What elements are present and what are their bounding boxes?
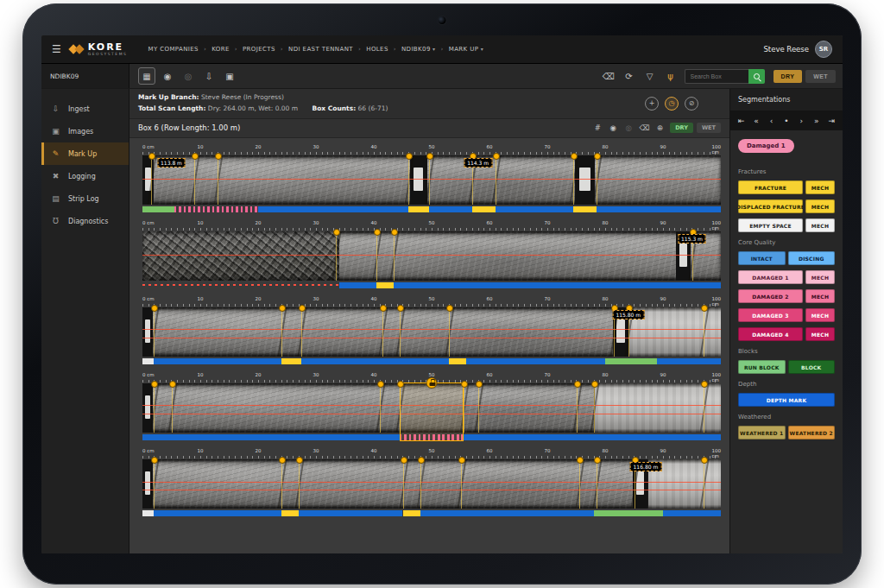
segment-bar[interactable] — [142, 358, 721, 364]
next-icon[interactable]: › — [796, 117, 806, 125]
segment-white[interactable] — [142, 510, 154, 516]
segment-green[interactable] — [142, 206, 174, 212]
breadcrumb-item-ndi-east-tennant[interactable]: NDI EAST TENNANT — [288, 46, 353, 53]
breadcrumb-item-my-companies[interactable]: MY COMPANIES — [148, 46, 199, 53]
segment-button-intact[interactable]: INTACT — [738, 251, 786, 265]
segment-button-discing[interactable]: DISCING — [788, 251, 836, 265]
segment-yellow[interactable] — [472, 206, 496, 212]
scan-icon[interactable]: # — [590, 121, 604, 135]
marker-pin[interactable] — [301, 307, 302, 357]
current-indicator-icon[interactable]: • — [781, 117, 792, 125]
segment-blue[interactable] — [299, 510, 403, 516]
segment-bar[interactable] — [142, 282, 721, 288]
marker-pin[interactable] — [336, 231, 337, 281]
crosshair-mode-toggle[interactable]: + — [645, 97, 659, 111]
marker-pin[interactable] — [154, 383, 155, 433]
marker-pin[interactable] — [194, 155, 195, 205]
marker-pin[interactable] — [449, 307, 450, 357]
avatar[interactable]: SR — [815, 41, 832, 58]
segment-button-mech[interactable]: MECH — [805, 327, 835, 341]
core-image[interactable]: 115.80 m — [142, 307, 721, 357]
dry-toggle[interactable]: DRY — [774, 70, 803, 83]
marker-pin[interactable] — [704, 383, 704, 433]
marker-pin[interactable] — [461, 459, 462, 509]
zoom-in-icon[interactable]: ⊕ — [653, 121, 666, 135]
marker-pin[interactable] — [299, 459, 300, 509]
segment-yellow[interactable] — [376, 282, 394, 288]
export-icon[interactable]: ⇩ — [200, 67, 218, 85]
marker-pin[interactable] — [380, 383, 381, 433]
eraser-icon[interactable]: ⌫ — [637, 121, 651, 135]
search-button[interactable] — [748, 69, 765, 84]
segment-green[interactable] — [605, 358, 657, 364]
lock-pin-icon[interactable] — [426, 377, 438, 389]
breadcrumb-item-ndibk09[interactable]: NDIBK09 ▾ — [401, 46, 436, 53]
breadcrumb-item-projects[interactable]: PROJECTS — [243, 46, 275, 53]
segment-button-damaged-3[interactable]: DAMAGED 3 — [738, 308, 803, 322]
marker-pin[interactable] — [172, 383, 173, 433]
segment-blue[interactable] — [466, 358, 605, 364]
sidebar-item-logging[interactable]: ✖Logging — [41, 165, 129, 187]
marker-pin[interactable] — [597, 155, 597, 205]
marker-pin[interactable] — [420, 459, 421, 509]
fast-forward-icon[interactable]: » — [811, 117, 822, 125]
marker-pin[interactable] — [478, 383, 479, 433]
segment-button-displaced-fracture[interactable]: DISPLACED FRACTURE — [738, 199, 803, 213]
segment-yellow[interactable] — [281, 358, 301, 364]
box-dry-toggle[interactable]: DRY — [670, 123, 693, 133]
disabled-mode-toggle[interactable]: ⊘ — [685, 97, 698, 111]
breadcrumb-item-kore[interactable]: KORE — [212, 46, 230, 53]
sidebar-item-images[interactable]: ▣Images — [41, 120, 129, 142]
segment-blue[interactable] — [663, 510, 721, 516]
marker-pin[interactable] — [496, 155, 496, 205]
sidebar-item-strip-log[interactable]: ▤Strip Log — [41, 187, 129, 210]
box-wet-toggle[interactable]: WET — [697, 123, 721, 133]
segment-blue[interactable] — [258, 206, 408, 212]
marker-pin[interactable] — [577, 383, 578, 433]
marker-pin[interactable] — [382, 307, 383, 357]
marker-pin[interactable] — [579, 459, 580, 509]
fast-rewind-icon[interactable]: « — [751, 117, 761, 125]
marker-pin[interactable] — [400, 307, 401, 357]
segment-button-depth-mark[interactable]: DEPTH MARK — [738, 393, 835, 407]
marker-pin[interactable] — [408, 155, 409, 205]
marker-pin[interactable] — [400, 383, 401, 433]
marker-pin[interactable] — [704, 307, 704, 357]
marker-pin[interactable] — [429, 155, 430, 205]
segment-yellow[interactable] — [573, 206, 597, 212]
segment-reddots[interactable] — [142, 284, 339, 286]
segment-button-weathered-1[interactable]: WEATHERED 1 — [738, 426, 786, 439]
sidebar-item-diagnostics[interactable]: ℧Diagnostics — [41, 210, 129, 232]
segment-blue[interactable] — [429, 206, 472, 212]
segment-blue[interactable] — [597, 206, 721, 212]
sidebar-item-ingest[interactable]: ⇩Ingest — [41, 98, 129, 120]
refresh-icon[interactable]: ⟳ — [621, 67, 638, 85]
segment-button-mech[interactable]: MECH — [805, 270, 835, 284]
sidebar-item-mark-up[interactable]: ✎Mark Up — [41, 142, 129, 165]
marker-pin[interactable] — [464, 383, 464, 433]
marker-pin[interactable] — [281, 307, 282, 357]
marker-pin[interactable] — [594, 383, 595, 433]
eraser-icon[interactable]: ⌫ — [600, 67, 617, 85]
copy-icon[interactable]: ▣ — [221, 67, 238, 85]
segment-green[interactable] — [594, 510, 663, 516]
grid-view-icon[interactable]: ▦ — [138, 67, 155, 85]
segment-blue[interactable] — [496, 206, 573, 212]
segment-blue[interactable] — [394, 282, 721, 288]
pin-outline-icon[interactable]: ◎ — [622, 121, 635, 135]
segment-yellow[interactable] — [408, 206, 428, 212]
prev-icon[interactable]: ‹ — [767, 117, 777, 125]
segment-blue[interactable] — [657, 358, 721, 364]
breadcrumb-item-mark-up[interactable]: MARK UP ▾ — [449, 46, 483, 53]
selection-box[interactable] — [400, 383, 464, 441]
depth-label[interactable]: 115.80 m — [612, 310, 644, 319]
wet-toggle[interactable]: WET — [805, 70, 836, 83]
marker-pin[interactable] — [154, 307, 155, 357]
segment-button-damaged-4[interactable]: DAMAGED 4 — [738, 327, 803, 341]
segment-blue[interactable] — [154, 358, 281, 364]
core-image[interactable] — [142, 383, 721, 433]
depth-label[interactable]: 113.8 m — [157, 158, 186, 168]
marker-pin[interactable] — [281, 459, 282, 509]
segment-bar[interactable] — [142, 510, 721, 516]
marker-pin[interactable] — [151, 155, 152, 205]
